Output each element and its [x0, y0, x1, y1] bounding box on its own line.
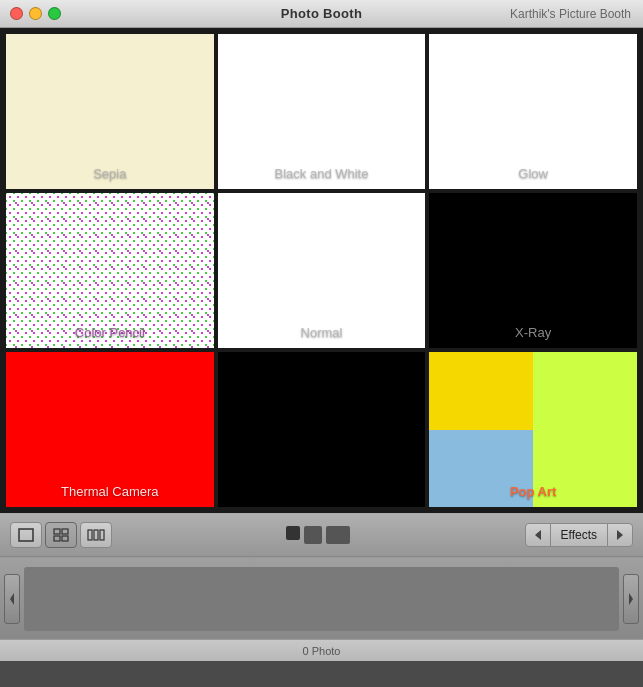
effect-thermal-label: Thermal Camera — [6, 484, 214, 499]
effects-next-button[interactable] — [607, 523, 633, 547]
effect-xray-center[interactable] — [218, 352, 426, 507]
status-bar: 0 Photo — [0, 639, 643, 661]
single-view-icon — [17, 527, 35, 543]
effect-bw[interactable]: Black and White — [218, 34, 426, 189]
svg-marker-8 — [535, 530, 541, 540]
svg-rect-2 — [62, 529, 68, 534]
effect-normal-label: Normal — [218, 325, 426, 340]
filmstrip-left-arrow-icon — [8, 592, 16, 606]
window-subtitle: Karthik's Picture Booth — [510, 7, 631, 21]
svg-rect-7 — [100, 530, 104, 540]
window-title: Photo Booth — [281, 6, 362, 21]
close-button[interactable] — [10, 7, 23, 20]
svg-rect-5 — [88, 530, 92, 540]
effect-bw-label: Black and White — [218, 166, 426, 181]
popart-q2 — [533, 352, 637, 430]
effect-xray[interactable]: X-Ray — [429, 193, 637, 348]
effect-popart[interactable]: Pop Art — [429, 352, 637, 507]
toolbar: Effects — [0, 513, 643, 557]
single-view-button[interactable] — [10, 522, 42, 548]
status-text: 0 Photo — [303, 645, 341, 657]
svg-rect-1 — [54, 529, 60, 534]
effect-sepia-label: Sepia — [6, 166, 214, 181]
strip-view-icon — [87, 527, 105, 543]
size-large-dot[interactable] — [326, 526, 350, 544]
svg-rect-0 — [19, 529, 33, 541]
effect-colorpencil-label: Color Pencil — [6, 325, 214, 340]
filmstrip-area — [0, 557, 643, 639]
window-controls — [10, 7, 61, 20]
effect-xray-label: X-Ray — [429, 325, 637, 340]
size-controls — [120, 526, 517, 544]
strip-view-button[interactable] — [80, 522, 112, 548]
effect-glow-label: Glow — [429, 166, 637, 181]
svg-rect-6 — [94, 530, 98, 540]
svg-rect-4 — [62, 536, 68, 541]
effects-grid: Sepia Black and White Glow Color Pencil … — [6, 34, 637, 507]
effect-normal[interactable]: Normal — [218, 193, 426, 348]
effect-thermal[interactable]: Thermal Camera — [6, 352, 214, 507]
title-bar: Photo Booth Karthik's Picture Booth — [0, 0, 643, 28]
filmstrip-scroll-right[interactable] — [623, 574, 639, 624]
arrow-left-icon — [533, 529, 543, 541]
maximize-button[interactable] — [48, 7, 61, 20]
effects-grid-area: Sepia Black and White Glow Color Pencil … — [0, 28, 643, 513]
svg-marker-9 — [617, 530, 623, 540]
svg-marker-10 — [10, 593, 14, 605]
effect-glow[interactable]: Glow — [429, 34, 637, 189]
svg-marker-11 — [629, 593, 633, 605]
popart-q1 — [429, 352, 533, 430]
effects-nav: Effects — [525, 523, 633, 547]
size-small-dot[interactable] — [286, 526, 300, 540]
effect-sepia[interactable]: Sepia — [6, 34, 214, 189]
grid-view-button[interactable] — [45, 522, 77, 548]
svg-rect-3 — [54, 536, 60, 541]
filmstrip-right-arrow-icon — [627, 592, 635, 606]
minimize-button[interactable] — [29, 7, 42, 20]
arrow-right-icon — [615, 529, 625, 541]
effect-popart-label: Pop Art — [429, 484, 637, 499]
grid-view-icon — [52, 527, 70, 543]
filmstrip-scroll-left[interactable] — [4, 574, 20, 624]
effects-label: Effects — [551, 523, 607, 547]
filmstrip-content — [24, 567, 619, 631]
effect-colorpencil[interactable]: Color Pencil — [6, 193, 214, 348]
size-medium-dot[interactable] — [304, 526, 322, 544]
effects-prev-button[interactable] — [525, 523, 551, 547]
view-controls — [10, 522, 112, 548]
